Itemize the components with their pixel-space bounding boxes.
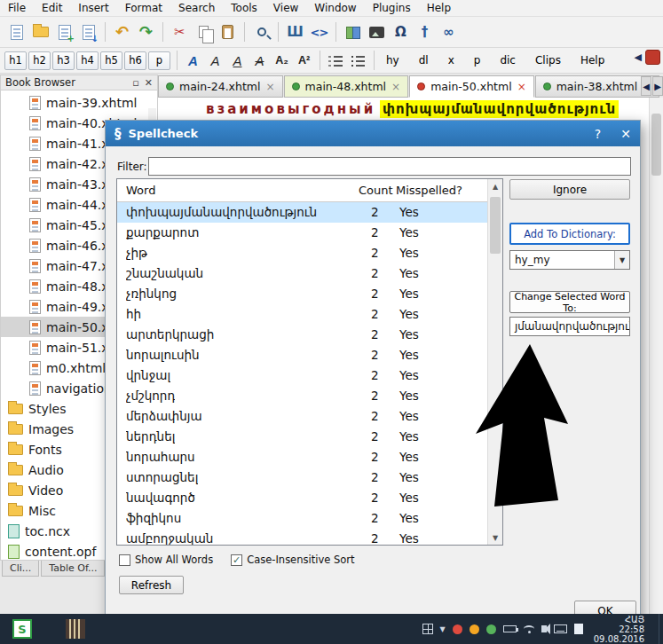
plugin-text-button[interactable]: dic — [493, 52, 523, 68]
open-file-button[interactable] — [28, 20, 52, 44]
scroll-up-icon[interactable]: ▲ — [488, 179, 502, 193]
plugin-text-button[interactable]: hy — [379, 52, 406, 68]
notes-tray-icon[interactable] — [574, 624, 583, 634]
save-button[interactable]: ↓ — [76, 20, 100, 44]
format-button[interactable]: A — [249, 51, 271, 71]
heading-button[interactable]: h1 — [4, 51, 27, 70]
volume-icon[interactable] — [541, 625, 547, 632]
menu-item[interactable]: Insert — [70, 0, 116, 16]
numbered-list-button[interactable] — [325, 51, 347, 71]
wifi-icon[interactable] — [524, 625, 534, 632]
table-row[interactable]: արտերկրացի 2 Yes — [117, 325, 502, 345]
table-header[interactable]: Word Count Misspelled? — [117, 179, 502, 202]
menu-item[interactable]: Edit — [34, 0, 70, 16]
add-file-button[interactable]: + — [52, 20, 76, 44]
menu-item[interactable]: Search — [170, 0, 223, 16]
heading-button[interactable]: p — [148, 51, 170, 70]
dialog-title-bar[interactable]: § Spellcheck ? ✕ — [106, 121, 640, 146]
column-misspelled[interactable]: Misspelled? — [396, 184, 462, 197]
paste-button[interactable] — [216, 20, 240, 44]
dock-panel-tab[interactable]: Table Of... — [41, 561, 105, 577]
tray-app-red-icon[interactable] — [453, 624, 462, 634]
format-button[interactable]: A — [226, 51, 249, 71]
filter-input[interactable] — [148, 157, 631, 176]
table-scroll-thumb[interactable] — [490, 197, 501, 254]
insert-anchor-button[interactable]: † — [413, 20, 437, 44]
editor-scrollbar[interactable] — [649, 98, 663, 614]
change-selected-word-button[interactable]: Change Selected Word To: — [509, 291, 630, 313]
table-row[interactable]: շնաշնական 2 Yes — [117, 263, 502, 284]
code-view-button[interactable]: <> — [307, 20, 331, 44]
dictionary-select[interactable]: hy_my ▼ — [509, 250, 630, 270]
editor-tab[interactable]: main-48.xhtml × — [284, 75, 409, 98]
format-button[interactable]: A₂ — [271, 51, 293, 71]
case-insensitive-checkbox[interactable]: ✓ Case-Insensitive Sort — [231, 554, 354, 566]
bullet-list-button[interactable] — [347, 51, 369, 71]
format-button[interactable]: A² — [293, 51, 315, 71]
copy-button[interactable] — [192, 20, 216, 44]
menu-item[interactable]: Plugins — [365, 0, 419, 16]
undo-button[interactable]: ↶ — [110, 20, 134, 44]
keyboard-icon[interactable] — [554, 624, 567, 633]
refresh-button[interactable]: Refresh — [119, 576, 184, 594]
heading-button[interactable]: h6 — [124, 51, 146, 70]
find-button[interactable] — [249, 20, 273, 44]
editor-tab[interactable]: main-24.xhtml × — [158, 75, 283, 98]
plugin-text-button[interactable]: p — [467, 52, 488, 68]
table-row[interactable]: քարքարոտ 2 Yes — [117, 223, 502, 243]
split-section-button[interactable] — [341, 20, 365, 44]
table-row[interactable]: նավագործ 2 Yes — [117, 488, 502, 508]
table-row[interactable]: ֆիզիկոս 2 Yes — [117, 508, 502, 529]
table-row[interactable]: չմշկորդ 2 Yes — [117, 386, 502, 406]
library-taskbar-icon[interactable] — [66, 619, 85, 639]
table-row[interactable]: նորահարս 2 Yes — [117, 447, 502, 467]
plugin-text-button[interactable]: Clips — [528, 52, 568, 68]
table-row[interactable]: փոխպայմանավորվածություն 2 Yes — [117, 202, 502, 223]
table-row[interactable]: նորալուսին 2 Yes — [117, 345, 502, 365]
table-row[interactable]: չռինկոց 2 Yes — [117, 284, 502, 304]
table-scrollbar[interactable]: ▲ ▼ — [487, 179, 502, 545]
spellcheck-button[interactable]: Ш — [283, 20, 307, 44]
redo-button[interactable]: ↷ — [134, 20, 158, 44]
show-all-words-checkbox[interactable]: Show All Words — [119, 554, 213, 566]
heading-button[interactable]: h3 — [52, 51, 75, 70]
menu-item[interactable]: Format — [117, 0, 170, 16]
dialog-close-button[interactable]: ✕ — [620, 127, 631, 141]
table-row[interactable]: մերձափնյա 2 Yes — [117, 406, 502, 427]
column-count[interactable]: Count — [359, 184, 393, 197]
heading-button[interactable]: h5 — [100, 51, 122, 70]
table-row[interactable]: հի 2 Yes — [117, 304, 502, 325]
table-row[interactable]: վրնջալ 2 Yes — [117, 365, 502, 386]
format-button[interactable]: A — [182, 51, 204, 71]
plugin-text-button[interactable]: Help — [573, 52, 612, 68]
heading-button[interactable]: h2 — [28, 51, 51, 70]
tab-scroll-left-icon[interactable]: ◀ — [641, 76, 651, 96]
tab-close-icon[interactable]: × — [266, 82, 275, 92]
special-character-button[interactable]: Ω — [389, 20, 413, 44]
panel-float-icon[interactable]: ▫ — [132, 77, 138, 89]
tab-scroll-right-icon[interactable]: ▶ — [652, 76, 663, 96]
editor-scroll-thumb[interactable] — [651, 114, 661, 176]
dictionary-tool-icon[interactable] — [645, 50, 660, 65]
table-row[interactable]: չիթ 2 Yes — [117, 243, 502, 263]
column-word[interactable]: Word — [126, 184, 155, 197]
menu-item[interactable]: File — [0, 0, 34, 16]
clock[interactable]: ՀԱՅ 22:58 09.08.2016 — [594, 615, 644, 644]
add-to-dictionary-button[interactable]: Add To Dictionary: — [509, 223, 630, 245]
tray-app-green-icon[interactable] — [486, 624, 496, 634]
menu-item[interactable]: Window — [306, 0, 364, 16]
ignore-button[interactable]: Ignore — [509, 179, 630, 200]
cut-button[interactable]: ✂ — [168, 20, 192, 44]
hidden-icons-chevron-icon[interactable]: ▼ — [440, 625, 446, 633]
table-row[interactable]: ներդնել 2 Yes — [117, 427, 502, 447]
table-row[interactable]: ստորացնել 2 Yes — [117, 467, 502, 488]
apps-grid-icon[interactable] — [422, 624, 433, 634]
plugin-text-button[interactable]: x — [441, 52, 462, 68]
heading-button[interactable]: h4 — [76, 51, 99, 70]
scroll-down-icon[interactable]: ▼ — [488, 530, 502, 545]
battery-icon[interactable] — [503, 625, 517, 632]
plugin-text-button[interactable]: dl — [412, 52, 436, 68]
tray-app-orange-icon[interactable] — [470, 624, 479, 634]
sigil-taskbar-icon[interactable]: S — [12, 619, 32, 639]
tab-close-icon[interactable]: × — [391, 82, 400, 92]
